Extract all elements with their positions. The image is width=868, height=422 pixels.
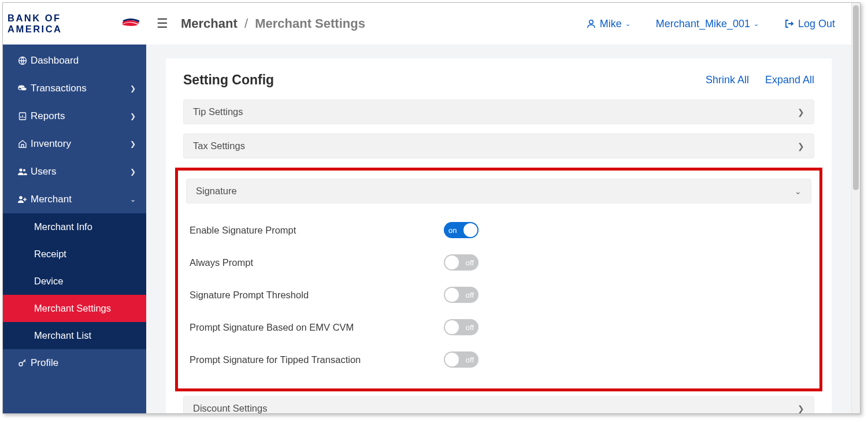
key-icon: [14, 358, 31, 368]
sidebar-item-reports[interactable]: Reports ❯: [3, 102, 146, 130]
shrink-all-button[interactable]: Shrink All: [706, 74, 749, 86]
setting-label: Enable Signature Prompt: [190, 225, 444, 236]
settings-panel: Setting Config Shrink All Expand All Tip…: [166, 58, 832, 413]
subnav-label: Device: [34, 276, 63, 286]
sidebar-item-label: Inventory: [31, 138, 71, 150]
setting-label: Signature Prompt Threshold: [190, 290, 444, 301]
chevron-down-icon: ⌄: [625, 20, 630, 28]
sidebar-item-label: Merchant: [31, 194, 72, 205]
sidebar-item-label: Reports: [31, 110, 65, 122]
vertical-scrollbar[interactable]: [851, 3, 860, 413]
setting-row-signature-threshold: Signature Prompt Threshold off: [185, 279, 813, 311]
chevron-right-icon: ❯: [130, 84, 136, 92]
user-menu[interactable]: Mike ⌄: [586, 18, 630, 30]
toggle-always-prompt[interactable]: off: [444, 254, 478, 271]
chevron-right-icon: ❯: [130, 168, 136, 176]
section-discount-settings[interactable]: Discount Settings ❯: [183, 396, 814, 413]
chevron-right-icon: ❯: [797, 108, 804, 117]
app-frame: BANK OF AMERICA Dashboard T: [2, 2, 860, 414]
section-tip-settings[interactable]: Tip Settings ❯: [183, 99, 814, 124]
toggle-state-text: off: [466, 356, 474, 364]
toggle-tipped-transaction[interactable]: off: [444, 351, 478, 368]
subnav-label: Merchant Settings: [34, 303, 111, 313]
subnav-merchant-settings[interactable]: Merchant Settings: [3, 295, 146, 322]
toggle-state-text: off: [466, 258, 474, 267]
section-signature[interactable]: Signature ⌄: [186, 179, 811, 203]
home-icon: [14, 139, 31, 149]
chevron-right-icon: ❯: [797, 404, 804, 413]
chevron-right-icon: ❯: [797, 142, 804, 151]
svg-point-6: [19, 196, 23, 199]
toggle-knob: [445, 320, 459, 334]
sidebar-item-label: Dashboard: [31, 55, 79, 66]
topbar: ☰ Merchant / Merchant Settings Mike ⌄ Me…: [146, 3, 851, 45]
sidebar-item-profile[interactable]: Profile: [3, 349, 146, 377]
toggle-signature-threshold[interactable]: off: [444, 287, 478, 303]
toggle-state-text: off: [466, 291, 474, 299]
globe-icon: [14, 56, 31, 65]
breadcrumb-current: Merchant Settings: [255, 16, 365, 31]
setting-row-enable-signature-prompt: Enable Signature Prompt on: [185, 214, 813, 246]
panel-header: Setting Config Shrink All Expand All: [166, 72, 832, 95]
hamburger-icon[interactable]: ☰: [157, 16, 168, 31]
sidebar-item-label: Profile: [31, 357, 58, 369]
toggle-emv-cvm[interactable]: off: [444, 319, 478, 335]
logout-link[interactable]: Log Out: [784, 18, 835, 30]
signature-highlight-box: Signature ⌄ Enable Signature Prompt on A…: [175, 168, 822, 391]
report-icon: [14, 112, 31, 121]
subnav-label: Merchant Info: [34, 221, 92, 232]
chevron-down-icon: ⌄: [754, 20, 759, 28]
section-tax-settings[interactable]: Tax Settings ❯: [183, 134, 814, 158]
subnav-label: Receipt: [34, 249, 66, 259]
expand-all-button[interactable]: Expand All: [765, 74, 814, 86]
sidebar-item-dashboard[interactable]: Dashboard: [3, 47, 146, 75]
toggle-state-text: on: [448, 226, 457, 235]
panel-title: Setting Config: [183, 72, 274, 88]
sidebar: BANK OF AMERICA Dashboard T: [3, 3, 146, 413]
sidebar-item-transactions[interactable]: Transactions ❯: [3, 75, 146, 102]
subnav-device[interactable]: Device: [3, 268, 146, 295]
brand-logo: BANK OF AMERICA: [3, 3, 146, 45]
section-title: Signature: [196, 186, 237, 197]
sidebar-item-inventory[interactable]: Inventory ❯: [3, 130, 146, 158]
coins-icon: [14, 84, 31, 93]
sidebar-item-label: Transactions: [31, 83, 87, 94]
setting-row-emv-cvm: Prompt Signature Based on EMV CVM off: [185, 311, 813, 343]
toggle-knob: [445, 256, 459, 269]
brand-name: BANK OF AMERICA: [8, 13, 117, 35]
nav-list: Dashboard Transactions ❯ Reports ❯: [3, 45, 146, 377]
toggle-knob: [445, 353, 459, 367]
chevron-down-icon: ⌄: [795, 187, 802, 196]
subnav-merchant-list[interactable]: Merchant List: [3, 322, 146, 349]
logout-icon: [784, 18, 795, 29]
section-title: Tip Settings: [193, 106, 243, 117]
setting-row-tipped-transaction: Prompt Signature for Tipped Transaction …: [185, 343, 813, 376]
breadcrumb-root[interactable]: Merchant: [181, 16, 238, 31]
toggle-enable-signature-prompt[interactable]: on: [444, 222, 478, 238]
toggle-state-text: off: [466, 323, 474, 332]
subnav-merchant-info[interactable]: Merchant Info: [3, 213, 146, 240]
sidebar-item-label: Users: [31, 166, 56, 177]
users-icon: [14, 167, 31, 176]
user-icon: [586, 18, 596, 29]
setting-label: Prompt Signature Based on EMV CVM: [190, 322, 444, 333]
sidebar-item-users[interactable]: Users ❯: [3, 158, 146, 186]
toggle-knob: [463, 223, 477, 237]
merchant-account-name: Merchant_Mike_001: [656, 18, 750, 30]
svg-point-8: [589, 20, 593, 24]
chevron-right-icon: ❯: [130, 140, 136, 148]
chevron-right-icon: ❯: [130, 112, 136, 120]
svg-point-2: [21, 88, 27, 91]
merchant-account-menu[interactable]: Merchant_Mike_001 ⌄: [656, 18, 759, 30]
user-name: Mike: [600, 18, 622, 30]
scrollbar-thumb[interactable]: [853, 5, 859, 190]
section-title: Discount Settings: [193, 403, 267, 413]
chevron-down-icon: ⌄: [130, 195, 136, 203]
svg-point-7: [19, 362, 23, 366]
sidebar-item-merchant[interactable]: Merchant ⌄: [3, 186, 146, 213]
setting-label: Always Prompt: [190, 257, 444, 268]
toggle-knob: [445, 288, 459, 302]
merchant-icon: [14, 195, 31, 204]
subnav-receipt[interactable]: Receipt: [3, 240, 146, 268]
merchant-subnav: Merchant Info Receipt Device Merchant Se…: [3, 213, 146, 349]
